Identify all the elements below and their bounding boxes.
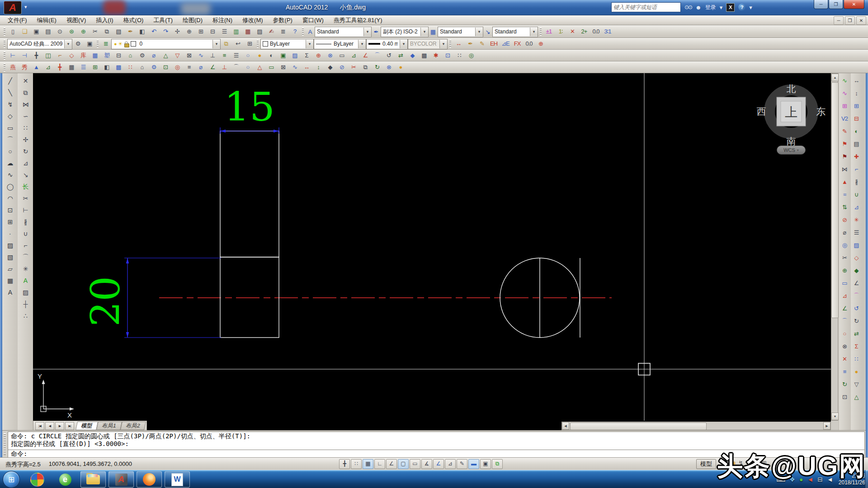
rectangle-tool[interactable]: ▭ [4,122,16,134]
right-tool-icon[interactable]: ⊿ [839,290,850,302]
yanxiu-tool-icon[interactable]: ⊥ [219,62,230,72]
taskbar-firefox[interactable] [137,471,162,488]
right-tool-icon[interactable]: ⇅ [839,201,850,214]
horizontal-scroll-thumb[interactable] [570,422,707,430]
layer-on-bulb-icon[interactable]: ● [114,41,117,47]
region-tool[interactable]: ▱ [4,263,16,275]
save-file[interactable]: ▣ [31,27,42,37]
yanxiu-tool-icon[interactable]: ⊡ [160,62,171,72]
trim-tool[interactable]: ✂ [19,192,32,204]
yanxiu-tool-icon[interactable]: ▩ [419,51,429,61]
lengthen-tool[interactable]: 长 [19,181,32,192]
yanxiu-tool-icon[interactable]: ∷ [454,51,465,61]
right-tool-icon[interactable]: ↺ [851,302,862,315]
make-block-tool[interactable]: ⊞ [4,216,16,228]
scroll-down-icon[interactable]: ▼ [831,413,839,420]
right-tool-icon[interactable]: ⌀ [839,226,850,239]
search-icon[interactable]: ⊙⊙ [684,4,692,10]
osnap-settings-toggle[interactable]: ▭ [410,459,420,469]
layer-properties-manager[interactable]: ≣ [100,39,111,49]
right-tool-icon[interactable]: ⋈ [839,163,850,176]
right-tool-icon[interactable]: ✚ [851,150,862,163]
yanxiu-tool-icon[interactable]: ∿ [195,51,206,61]
yanxiu-tool-icon[interactable]: ⌂ [137,62,147,72]
layer-combo[interactable]: ● ☀ 0 ▾ [111,39,221,49]
divide-tool[interactable]: ∴ [19,310,32,322]
yanxiu-tool-icon[interactable]: ⊟ [113,51,124,61]
doc-minimize-button[interactable]: ─ [834,16,844,25]
start-button[interactable]: ⊞ [3,471,20,488]
hatch-edit-tool[interactable]: ▨ [19,286,32,298]
toolbar-grip[interactable] [4,52,5,60]
right-tool-icon[interactable]: ⊡ [839,391,850,404]
redo[interactable]: ↷ [160,27,171,37]
point-tool[interactable]: ∙ [4,228,16,239]
linetype-combo[interactable]: ByLayer ▾ [314,39,366,49]
toolbar-grip[interactable] [97,40,99,48]
chevron-down-icon[interactable]: ▾ [64,40,72,48]
yanxiu-tool-icon[interactable]: ◆ [325,62,335,72]
v2-icon[interactable]: V2 [839,113,850,125]
yx-dim-scale-2[interactable]: 1∶ [555,27,566,37]
yanxiu-tool-icon[interactable]: ◧ [101,62,112,72]
plot-preview[interactable]: ⊙ [54,27,65,37]
yanxiu-tool-icon[interactable]: ≡ [184,62,194,72]
copy-clip[interactable]: ⧉ [101,27,112,37]
dim-e[interactable]: ⊿E [500,39,511,49]
mirror-tool[interactable]: ⋈ [19,99,32,110]
scale-tool[interactable]: ⊿ [19,157,32,169]
yanxiu-tool-icon[interactable]: ◇ [66,51,77,61]
revision-cloud-tool[interactable]: ☁ [4,157,16,169]
polygon-tool[interactable]: ◇ [4,110,16,122]
scroll-up-icon[interactable]: ▲ [831,74,839,81]
right-tool-icon[interactable]: ⚑ [839,138,850,150]
close-button[interactable]: ✕ [844,0,864,9]
command-history[interactable]: 命令: c CIRCLE 指定圆的圆心或 [三点(3P)/两点(2P)/切点、切… [8,432,865,450]
chevron-down-icon[interactable]: ▾ [530,28,538,36]
yanxiu-tool-icon[interactable]: ╋ [31,51,42,61]
taskbar-360-browser[interactable] [24,471,50,488]
line-tool[interactable]: ╱ [4,75,16,87]
break-tool[interactable]: ∦ [19,216,32,228]
yanxiu-tool-icon[interactable]: ▨ [289,51,300,61]
yanxiu-tool-icon[interactable]: ◐ [266,51,277,61]
zoom-realtime[interactable]: ⊕ [184,27,194,37]
yanxiu-tool-icon[interactable]: ✱ [430,51,441,61]
layer-freeze-sun-icon[interactable]: ☀ [118,41,123,47]
chamfer-tool[interactable]: ⌐ [19,239,32,251]
right-tool-icon[interactable]: ⇄ [851,328,862,340]
menu-item[interactable]: 格式(O) [118,15,149,25]
help-icon[interactable]: ? [738,4,745,11]
right-tool-icon[interactable]: ⊞ [839,100,850,113]
yanxiu-tool-icon[interactable]: ⚙ [148,62,159,72]
rotate-tool[interactable]: ↻ [19,145,32,157]
right-tool-icon[interactable]: ⊟ [851,113,862,125]
yanxiu-tool-icon[interactable]: ▦ [66,62,77,72]
stretch-tool[interactable]: ↘ [19,169,32,181]
chevron-down-icon[interactable]: ▾ [363,28,371,36]
otrack-toggle[interactable]: ∠ [433,459,444,469]
explode-tool[interactable]: ✳ [19,263,32,275]
spline-tool[interactable]: ∿ [4,169,16,181]
gradient-tool[interactable]: ▧ [4,251,16,263]
yanxiu-tool-icon[interactable]: ▩ [113,62,124,72]
right-tool-icon[interactable]: ✕ [839,353,850,366]
menu-item[interactable]: 窗口(W) [297,15,329,25]
chevron-down-icon[interactable]: ▾ [212,40,220,48]
right-tool-icon[interactable]: ✎ [839,125,850,138]
model-space-button[interactable]: 模型 [696,459,716,469]
chevron-down-icon[interactable]: ▾ [400,40,407,48]
properties-palette[interactable]: ☰ [219,27,230,37]
yanxiu-tool-icon[interactable]: ▭ [336,51,347,61]
horizontal-scrollbar[interactable]: ◀ ▶ [561,422,831,430]
qp-toggle[interactable]: ▣ [480,459,491,469]
make-object-layer-current[interactable]: ⧉ [221,39,231,49]
yanxiu-tool-icon[interactable]: ⊗ [325,51,335,61]
login-button[interactable]: 登录 [705,4,716,11]
cut[interactable]: ✂ [90,27,100,37]
help[interactable]: ? [289,27,300,37]
maximize-button[interactable]: ❐ [829,0,843,9]
new-file[interactable]: ▯ [7,27,18,37]
lwt-toggle[interactable]: ▬ [468,459,479,469]
measure-tool[interactable]: ┼ [19,298,32,310]
